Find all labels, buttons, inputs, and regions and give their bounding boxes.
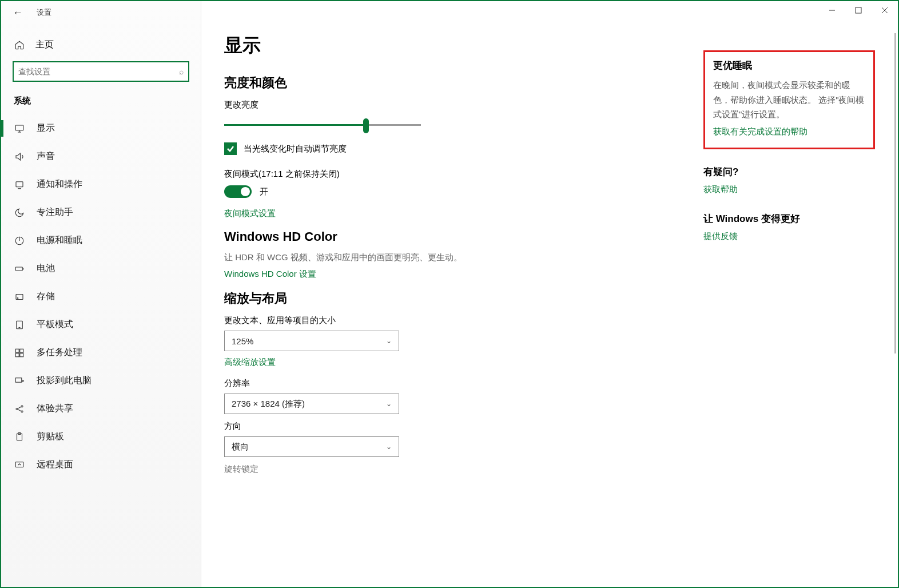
- orientation-dropdown[interactable]: 横向 ⌄: [224, 436, 399, 457]
- svg-rect-7: [16, 181, 23, 186]
- advanced-scale-link[interactable]: 高级缩放设置: [224, 357, 613, 368]
- sleep-tip-title: 更优睡眠: [713, 59, 865, 72]
- close-button[interactable]: [872, 1, 898, 19]
- content-area: 显示 亮度和颜色 更改亮度 当光线变化时自动调节亮度 夜间模式(17:11 之前…: [201, 1, 898, 587]
- feedback-link[interactable]: 提供反馈: [703, 231, 875, 242]
- text-size-value: 125%: [232, 336, 253, 346]
- sleep-tip-box: 更优睡眠 在晚间，夜间模式会显示较柔和的暖色，帮助你进入睡眠状态。 选择"夜间模…: [703, 50, 875, 149]
- sound-icon: [14, 151, 25, 162]
- night-mode-settings-link[interactable]: 夜间模式设置: [224, 208, 613, 219]
- sidebar-item-label: 通知和操作: [37, 178, 82, 190]
- maximize-button[interactable]: [845, 1, 872, 19]
- sidebar-item-storage[interactable]: 存储: [1, 283, 201, 311]
- moon-icon: [14, 207, 25, 218]
- share-icon: [14, 403, 25, 415]
- sidebar-item-clipboard[interactable]: 剪贴板: [1, 423, 201, 451]
- auto-brightness-label: 当光线变化时自动调节亮度: [244, 144, 347, 154]
- feedback-title: 让 Windows 变得更好: [703, 212, 875, 225]
- chevron-down-icon: ⌄: [386, 400, 392, 408]
- sidebar-item-label: 平板模式: [37, 319, 73, 331]
- back-button[interactable]: ←: [13, 7, 23, 19]
- sidebar-item-label: 专注助手: [37, 206, 73, 218]
- sidebar-item-remote[interactable]: 远程桌面: [1, 451, 201, 479]
- svg-point-23: [21, 411, 23, 412]
- tablet-icon: [14, 319, 25, 331]
- clipboard-icon: [14, 431, 25, 443]
- text-size-dropdown[interactable]: 125% ⌄: [224, 331, 399, 351]
- sidebar-item-tablet[interactable]: 平板模式: [1, 311, 201, 339]
- svg-point-21: [16, 408, 18, 410]
- sidebar-item-sound[interactable]: 声音: [1, 142, 201, 170]
- search-box[interactable]: ⌕: [13, 61, 189, 82]
- sidebar-item-label: 声音: [37, 150, 55, 162]
- remote-icon: [14, 459, 25, 471]
- category-label: 系统: [1, 96, 201, 114]
- sidebar-item-label: 显示: [37, 122, 55, 134]
- resolution-dropdown[interactable]: 2736 × 1824 (推荐) ⌄: [224, 394, 399, 414]
- svg-rect-4: [15, 125, 23, 130]
- sidebar-item-moon[interactable]: 专注助手: [1, 198, 201, 227]
- brightness-label: 更改亮度: [224, 100, 613, 110]
- sidebar-item-label: 投影到此电脑: [37, 375, 92, 387]
- svg-rect-10: [15, 267, 22, 271]
- sidebar-item-label: 存储: [37, 291, 55, 303]
- multitask-icon: [14, 347, 25, 359]
- hd-settings-link[interactable]: Windows HD Color 设置: [224, 269, 613, 280]
- svg-point-22: [21, 406, 23, 407]
- sidebar-item-label: 远程桌面: [37, 459, 73, 471]
- sidebar-item-monitor[interactable]: 显示: [1, 114, 201, 142]
- home-icon: [14, 39, 25, 51]
- svg-rect-1: [856, 7, 861, 13]
- project-icon: [14, 375, 25, 387]
- svg-rect-28: [15, 462, 23, 467]
- sleep-tip-link[interactable]: 获取有关完成设置的帮助: [713, 126, 865, 137]
- orientation-value: 横向: [232, 442, 249, 452]
- titlebar: ← 设置: [1, 1, 898, 24]
- minimize-button[interactable]: [819, 1, 845, 19]
- chevron-down-icon: ⌄: [386, 337, 392, 345]
- resolution-value: 2736 × 1824 (推荐): [232, 399, 305, 410]
- sidebar-item-share[interactable]: 体验共享: [1, 395, 201, 423]
- svg-rect-18: [15, 353, 19, 356]
- scale-section-title: 缩放与布局: [224, 290, 613, 307]
- search-input[interactable]: [18, 67, 179, 76]
- sidebar-item-label: 体验共享: [37, 403, 73, 415]
- sidebar-item-label: 电池: [37, 263, 55, 275]
- night-mode-toggle[interactable]: [224, 185, 252, 198]
- svg-point-13: [17, 297, 18, 299]
- svg-rect-12: [16, 294, 23, 299]
- page-title: 显示: [224, 33, 613, 58]
- sidebar-item-notify[interactable]: 通知和操作: [1, 170, 201, 198]
- sidebar-item-battery[interactable]: 电池: [1, 255, 201, 283]
- sidebar-item-project[interactable]: 投影到此电脑: [1, 367, 201, 395]
- resolution-label: 分辨率: [224, 378, 613, 389]
- storage-icon: [14, 291, 25, 303]
- sidebar-item-power[interactable]: 电源和睡眠: [1, 227, 201, 255]
- sidebar: 主页 ⌕ 系统 显示声音通知和操作专注助手电源和睡眠电池存储平板模式多任务处理投…: [1, 1, 201, 587]
- sidebar-item-label: 剪贴板: [37, 431, 64, 443]
- brightness-section-title: 亮度和颜色: [224, 74, 613, 92]
- night-mode-label: 夜间模式(17:11 之前保持关闭): [224, 169, 613, 180]
- svg-rect-19: [20, 353, 23, 356]
- hd-section-title: Windows HD Color: [224, 229, 613, 244]
- sidebar-item-label: 多任务处理: [37, 347, 82, 359]
- monitor-icon: [14, 123, 25, 134]
- auto-brightness-checkbox[interactable]: 当光线变化时自动调节亮度: [224, 142, 613, 155]
- scrollbar[interactable]: [894, 33, 896, 353]
- text-size-label: 更改文本、应用等项目的大小: [224, 315, 613, 326]
- checkbox-checked-icon: [224, 142, 237, 155]
- help-link[interactable]: 获取帮助: [703, 184, 875, 195]
- brightness-slider[interactable]: [224, 118, 421, 132]
- notify-icon: [14, 179, 25, 190]
- hd-description: 让 HDR 和 WCG 视频、游戏和应用中的画面更明亮、更生动。: [224, 252, 613, 263]
- svg-line-24: [18, 407, 21, 408]
- home-link[interactable]: 主页: [1, 33, 201, 61]
- rotation-lock-label: 旋转锁定: [224, 464, 613, 475]
- svg-rect-17: [20, 349, 23, 352]
- night-mode-toggle-label: 开: [260, 186, 268, 197]
- svg-rect-20: [15, 378, 22, 382]
- sidebar-item-multitask[interactable]: 多任务处理: [1, 339, 201, 367]
- aside-panel: 更优睡眠 在晚间，夜间模式会显示较柔和的暖色，帮助你进入睡眠状态。 选择"夜间模…: [703, 50, 875, 259]
- svg-rect-16: [15, 349, 19, 352]
- sidebar-item-label: 电源和睡眠: [37, 235, 82, 247]
